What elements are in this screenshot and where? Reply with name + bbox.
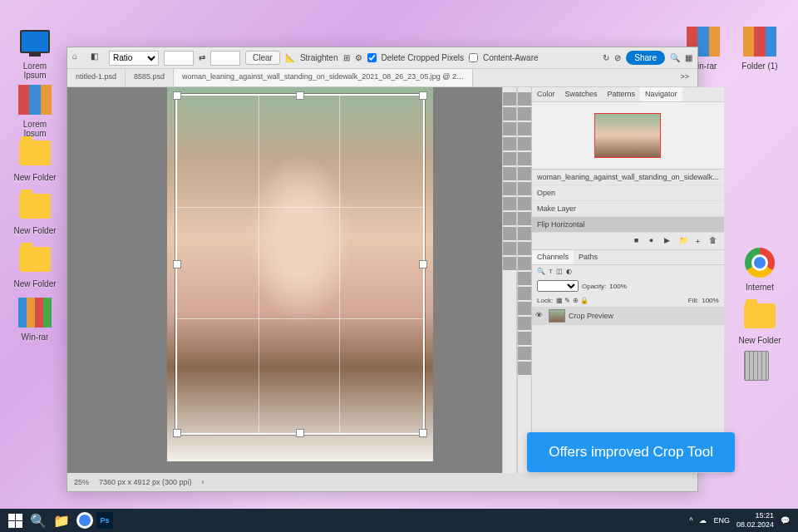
blur-tool-icon[interactable]	[518, 257, 531, 270]
panel-icon[interactable]	[503, 167, 516, 180]
reset-icon[interactable]: ↻	[603, 53, 609, 62]
zoom-level[interactable]: 25%	[74, 478, 89, 486]
shape-tool-icon[interactable]	[518, 332, 531, 345]
tab-swatches[interactable]: Swatches	[560, 87, 603, 101]
blend-mode-select[interactable]	[537, 280, 579, 292]
crop-overlay[interactable]	[175, 94, 425, 435]
panel-icon[interactable]	[503, 242, 516, 255]
workspace-icon[interactable]: ▦	[685, 53, 692, 62]
tab-8585[interactable]: 8585.psd	[126, 69, 174, 86]
panel-icon[interactable]	[503, 257, 516, 270]
desktop-icon-folder[interactable]: New Folder	[12, 190, 58, 235]
folder-icon[interactable]: 📁	[679, 236, 689, 246]
tab-color[interactable]: Color	[532, 87, 560, 101]
crop-handle[interactable]	[296, 91, 304, 100]
crop-handle[interactable]	[419, 429, 427, 437]
action-open[interactable]: Open	[532, 185, 724, 201]
crop-handle[interactable]	[419, 91, 427, 100]
canvas[interactable]	[67, 87, 502, 473]
grid-icon[interactable]: ⊞	[343, 53, 350, 62]
dodge-tool-icon[interactable]	[518, 272, 531, 285]
panel-icon[interactable]	[503, 212, 516, 225]
fill-value[interactable]: 100%	[702, 297, 718, 304]
zoom-tool-icon[interactable]	[518, 362, 531, 375]
eraser-tool-icon[interactable]	[518, 227, 531, 240]
settings-icon[interactable]: ⚙	[355, 53, 362, 62]
tray-chevron-icon[interactable]: ^	[689, 516, 692, 525]
tab-patterns[interactable]: Patterns	[603, 87, 641, 101]
trash-icon[interactable]: 🗑	[709, 236, 719, 246]
panel-icon[interactable]	[503, 182, 516, 195]
cancel-icon[interactable]: ⊘	[614, 53, 621, 62]
desktop-icon-folder[interactable]: New Folder	[12, 243, 58, 288]
crop-handle[interactable]	[173, 260, 181, 268]
actions-filename[interactable]: woman_leaning_against_wall_standing_on_s…	[532, 170, 724, 185]
language-indicator[interactable]: ENG	[713, 516, 730, 525]
lasso-tool-icon[interactable]	[518, 122, 531, 135]
heal-tool-icon[interactable]	[518, 182, 531, 195]
photoshop-taskbar-icon[interactable]: Ps	[96, 512, 113, 529]
ratio-select[interactable]: Ratio	[109, 51, 159, 66]
panel-icon[interactable]	[503, 197, 516, 210]
tab-woman[interactable]: woman_leaning_against_wall_standing_on_s…	[174, 69, 473, 86]
play-icon[interactable]: ▶	[664, 236, 674, 246]
desktop-icon-thispc[interactable]: Lorem Ipsum	[12, 25, 58, 80]
search-icon[interactable]: 🔍	[27, 510, 50, 530]
new-icon[interactable]: ＋	[694, 236, 704, 246]
wand-tool-icon[interactable]	[518, 137, 531, 150]
action-make-layer[interactable]: Make Layer	[532, 201, 724, 217]
crop-handle[interactable]	[419, 260, 427, 268]
swap-icon[interactable]: ⇄	[199, 53, 205, 62]
desktop-icon-trash[interactable]	[733, 349, 780, 386]
type-tool-icon[interactable]	[518, 302, 531, 315]
tab-untitled[interactable]: ntitled-1.psd	[67, 69, 126, 86]
action-flip-horizontal[interactable]: Flip Horizontal	[532, 217, 724, 233]
crop-handle[interactable]	[173, 429, 181, 437]
delete-cropped-checkbox[interactable]	[367, 53, 377, 62]
tray-onedrive-icon[interactable]: ☁	[699, 516, 707, 525]
desktop-icon-folder[interactable]: New Folder	[12, 136, 58, 182]
chevron-right-icon[interactable]: ›	[202, 478, 204, 486]
notifications-icon[interactable]: 💬	[781, 516, 790, 525]
path-tool-icon[interactable]	[518, 317, 531, 330]
content-aware-checkbox[interactable]	[469, 53, 478, 62]
move-tool-icon[interactable]	[518, 92, 531, 106]
share-button[interactable]: Share	[626, 51, 665, 65]
crop-tool-icon[interactable]	[518, 152, 531, 165]
panel-icon[interactable]	[503, 92, 516, 106]
lock-icons[interactable]: ▦ ✎ ⊕ 🔒	[556, 297, 589, 304]
pen-tool-icon[interactable]	[518, 287, 531, 300]
panel-icon[interactable]	[503, 152, 516, 165]
straighten-icon[interactable]: 📐	[285, 53, 295, 62]
panel-icon[interactable]	[503, 122, 516, 135]
tabs-overflow[interactable]: >>	[672, 69, 697, 86]
width-input[interactable]	[164, 51, 194, 66]
crop-icon[interactable]: ◧	[91, 52, 104, 65]
chrome-taskbar-icon[interactable]	[73, 510, 96, 530]
hand-tool-icon[interactable]	[518, 347, 531, 360]
desktop-icon-binders[interactable]: Lorem Ipsum	[12, 83, 58, 138]
start-button[interactable]	[3, 510, 27, 530]
clock[interactable]: 15:21 08.02.2024	[736, 511, 774, 530]
layer-crop-preview[interactable]: 👁 Crop Preview	[532, 307, 724, 325]
visibility-icon[interactable]: 👁	[535, 311, 545, 321]
brush-tool-icon[interactable]	[518, 197, 531, 210]
desktop-icon-newfolder[interactable]: New Folder	[736, 299, 783, 345]
desktop-icon-winrar[interactable]: Win-rar	[12, 296, 58, 342]
crop-handle[interactable]	[173, 91, 181, 100]
tab-paths[interactable]: Paths	[574, 250, 603, 264]
desktop-icon-internet[interactable]: Internet	[736, 246, 783, 292]
panel-icon[interactable]	[503, 137, 516, 150]
crop-handle[interactable]	[296, 429, 304, 437]
stamp-tool-icon[interactable]	[518, 212, 531, 225]
record-icon[interactable]: ●	[649, 236, 659, 246]
panel-icon[interactable]	[503, 227, 516, 240]
height-input[interactable]	[210, 51, 240, 66]
stop-icon[interactable]: ■	[634, 236, 644, 246]
search-icon[interactable]: 🔍	[670, 53, 680, 62]
tab-navigator[interactable]: Navigator	[640, 87, 682, 101]
explorer-icon[interactable]: 📁	[50, 510, 73, 530]
home-icon[interactable]: ⌂	[72, 52, 86, 65]
gradient-tool-icon[interactable]	[518, 242, 531, 255]
panel-icon[interactable]	[503, 107, 516, 121]
